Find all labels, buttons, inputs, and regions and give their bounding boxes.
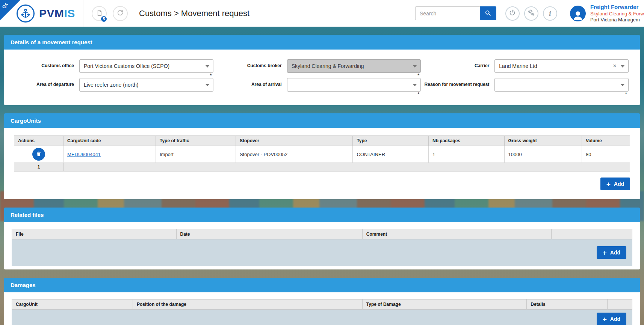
user-avatar xyxy=(570,6,586,21)
damages-empty-area: + Add xyxy=(12,310,632,325)
chevron-down-icon xyxy=(206,84,209,86)
cargounits-section-header: CargoUnits xyxy=(4,113,640,128)
carrier-field: Carrier Land Marine Ltd × xyxy=(421,59,629,73)
documents-button[interactable]: 5 xyxy=(92,6,107,21)
plus-icon: + xyxy=(603,249,607,256)
plus-icon: + xyxy=(603,316,607,323)
search-icon xyxy=(484,9,491,18)
required-asterisk: * xyxy=(417,91,419,97)
column-header-file: File xyxy=(12,229,177,239)
column-header-type: Type xyxy=(353,136,429,146)
related-files-section-header: Related files xyxy=(4,208,640,222)
chevron-down-icon xyxy=(621,84,624,86)
user-text: Freight Forwarder Skyland Clearing & For… xyxy=(590,4,644,23)
column-header-actions: Actions xyxy=(14,136,63,146)
column-header-cargounit-code: CargoUnit code xyxy=(63,136,156,146)
related-files-section: Related files File Date Comment + xyxy=(4,208,640,269)
area-of-arrival-select[interactable]: * xyxy=(287,78,421,92)
user-company: Skyland Clearing & Forw xyxy=(590,11,644,17)
required-asterisk: * xyxy=(210,72,212,78)
column-header-details: Details xyxy=(527,299,608,310)
required-asterisk: * xyxy=(625,91,627,97)
column-header-type-of-damage: Type of Damage xyxy=(362,299,527,310)
user-role: Freight Forwarder xyxy=(590,4,644,11)
damages-table: CargoUnit Position of the damage Type of… xyxy=(12,299,632,310)
cell-type: CONTAINER xyxy=(353,146,429,163)
column-header-date: Date xyxy=(176,229,362,239)
cargounit-table-row: MEDU9004041 Import Stopover - POV00052 C… xyxy=(14,146,630,163)
delete-cargounit-button[interactable] xyxy=(32,148,45,161)
cargounit-code-link[interactable]: MEDU9004041 xyxy=(67,152,101,157)
add-related-file-button[interactable]: + Add xyxy=(597,246,626,259)
column-header-position: Position of the damage xyxy=(133,299,362,310)
carrier-label: Carrier xyxy=(421,63,489,69)
customs-broker-select: Skyland Clearing & Forwarding * xyxy=(287,59,421,73)
top-bar: QA PVMIS 5 xyxy=(0,0,644,27)
cell-stopover: Stopover - POV00052 xyxy=(236,146,353,163)
damages-header-row: CargoUnit Position of the damage Type of… xyxy=(12,299,632,310)
cell-gross-weight: 10000 xyxy=(504,146,582,163)
main-content: Details of a movement request Customs of… xyxy=(0,27,644,325)
related-files-table: File Date Comment xyxy=(12,229,632,239)
trash-icon xyxy=(36,151,42,158)
refresh-icon xyxy=(116,9,124,18)
related-files-empty-area: + Add xyxy=(12,239,632,266)
add-cargounit-button[interactable]: + Add xyxy=(600,178,630,190)
logo-text: PVMIS xyxy=(39,7,75,20)
info-icon: i xyxy=(549,9,551,18)
reason-label: Reason for movement request xyxy=(421,82,489,87)
power-icon xyxy=(509,9,516,18)
page-title: Customs > Movement request xyxy=(139,9,249,18)
customs-office-label: Customs office xyxy=(6,63,74,69)
details-section-header: Details of a movement request xyxy=(4,35,640,50)
customs-office-field: Customs office Port Victoria Customs Off… xyxy=(6,59,213,73)
notifications-badge: 5 xyxy=(100,15,107,23)
damages-section-header: Damages xyxy=(4,278,640,292)
column-header-stopover: Stopover xyxy=(236,136,353,146)
search-group xyxy=(415,6,496,20)
column-header-nb-packages: Nb packages xyxy=(429,136,505,146)
cell-type-of-traffic: Import xyxy=(156,146,236,163)
required-asterisk: * xyxy=(417,72,419,78)
user-block[interactable]: Freight Forwarder Skyland Clearing & For… xyxy=(570,4,644,23)
logout-button[interactable] xyxy=(505,6,520,21)
row-count: 1 xyxy=(14,163,63,172)
customs-broker-field: Customs broker Skyland Clearing & Forwar… xyxy=(213,59,421,73)
info-button[interactable]: i xyxy=(543,6,557,21)
search-input[interactable] xyxy=(415,6,480,20)
cargounits-table: Actions CargoUnit code Type of traffic S… xyxy=(14,135,630,172)
plus-icon: + xyxy=(606,181,611,188)
area-of-departure-label: Area of departure xyxy=(6,82,74,87)
column-header-empty xyxy=(607,299,632,310)
column-header-cargounit: CargoUnit xyxy=(12,299,133,310)
area-of-departure-select[interactable]: Live reefer zone (north) xyxy=(79,78,213,92)
reason-field: Reason for movement request * xyxy=(421,78,629,92)
qa-ribbon xyxy=(0,0,20,20)
reason-select[interactable]: * xyxy=(494,78,629,92)
related-files-header-row: File Date Comment xyxy=(12,229,632,239)
clear-icon[interactable]: × xyxy=(613,62,617,70)
area-of-arrival-field: Area of arrival * xyxy=(213,78,421,92)
topbar-icon-group: 5 xyxy=(92,6,128,21)
chevron-down-icon xyxy=(413,84,417,86)
cargounits-footer-row: 1 xyxy=(14,163,630,172)
customs-broker-label: Customs broker xyxy=(213,63,282,69)
add-damage-button[interactable]: + Add xyxy=(597,313,626,325)
refresh-button[interactable] xyxy=(113,6,128,21)
carrier-select[interactable]: Land Marine Ltd × xyxy=(494,59,629,73)
chevron-down-icon xyxy=(413,65,417,68)
gears-icon xyxy=(527,9,535,18)
details-form: Customs office Port Victoria Customs Off… xyxy=(4,50,640,105)
customs-office-select[interactable]: Port Victoria Customs Office (SCPO) * xyxy=(79,59,213,73)
settings-button[interactable] xyxy=(524,6,538,21)
column-header-type-of-traffic: Type of traffic xyxy=(156,136,236,146)
area-of-arrival-label: Area of arrival xyxy=(213,82,282,87)
cargounits-header-row: Actions CargoUnit code Type of traffic S… xyxy=(14,136,630,146)
search-button[interactable] xyxy=(480,6,496,20)
cell-nb-packages: 1 xyxy=(429,146,505,163)
user-organization: Port Victoria Managem xyxy=(590,17,644,23)
area-of-departure-field: Area of departure Live reefer zone (nort… xyxy=(6,78,213,92)
chevron-down-icon xyxy=(206,65,209,68)
column-header-empty xyxy=(552,229,632,239)
column-header-volume: Volume xyxy=(582,136,630,146)
